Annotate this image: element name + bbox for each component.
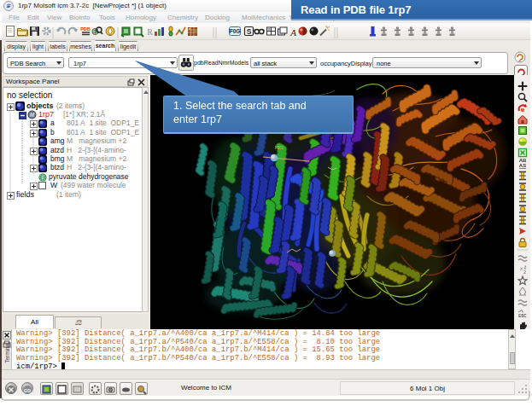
- svg-text:A: A: [289, 27, 296, 38]
- svg-text:S: S: [247, 27, 252, 36]
- svg-text:ESC: ESC: [518, 314, 527, 318]
- svg-text:2: 2: [523, 270, 527, 275]
- svg-text:M: M: [30, 112, 35, 118]
- svg-text:AS: AS: [519, 163, 526, 168]
- svg-text:R: R: [147, 27, 153, 37]
- svg-text:PDB: PDB: [80, 26, 91, 32]
- svg-text:F0G: F0G: [230, 28, 241, 34]
- svg-text:F501: F501: [275, 146, 284, 150]
- svg-text:z: z: [520, 266, 523, 271]
